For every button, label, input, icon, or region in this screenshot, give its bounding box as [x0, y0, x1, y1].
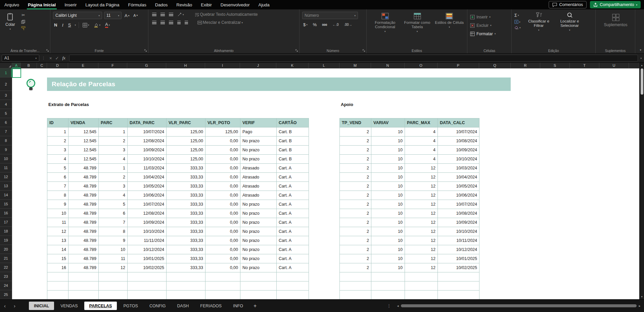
- menu-tab-dados[interactable]: Dados: [151, 0, 172, 9]
- cell[interactable]: 12/08/2024: [128, 137, 167, 146]
- tab-options-icon[interactable]: ⋮: [387, 303, 391, 308]
- empty-cell[interactable]: [371, 291, 405, 299]
- formula-input[interactable]: [69, 55, 638, 62]
- cell[interactable]: 10: [371, 209, 405, 218]
- empty-cell[interactable]: [405, 291, 438, 299]
- row-header-25[interactable]: 25: [0, 290, 12, 299]
- column-header-F[interactable]: F: [98, 63, 127, 68]
- fill-color-button[interactable]: ▾: [93, 22, 101, 28]
- row-header-7[interactable]: 7: [0, 127, 12, 136]
- cell[interactable]: 10/10/2024: [438, 227, 479, 236]
- insert-cells-button[interactable]: Inserir ▾: [470, 13, 509, 21]
- column-header-Q[interactable]: Q: [479, 63, 511, 68]
- header-cell-id[interactable]: ID: [47, 118, 68, 127]
- column-header-T[interactable]: T: [570, 63, 599, 68]
- row-header-11[interactable]: 11: [0, 163, 12, 172]
- cell[interactable]: 12: [405, 263, 438, 272]
- cell[interactable]: 11/11/2024: [128, 236, 167, 245]
- row-header-2[interactable]: 2: [0, 77, 12, 91]
- cell[interactable]: 4: [47, 155, 68, 164]
- cell[interactable]: 10/01/2025: [128, 254, 167, 263]
- cell[interactable]: 10: [371, 200, 405, 209]
- cell[interactable]: 8: [99, 227, 128, 236]
- cell[interactable]: 3: [99, 182, 128, 191]
- prev-sheet-icon[interactable]: ‹: [0, 303, 10, 309]
- cell[interactable]: 12: [405, 218, 438, 227]
- cell[interactable]: 10: [99, 245, 128, 254]
- cell[interactable]: 48.789: [68, 263, 99, 272]
- row-header-15[interactable]: 15: [0, 200, 12, 209]
- comments-button[interactable]: Comentários: [549, 1, 587, 8]
- next-sheet-icon[interactable]: ›: [10, 303, 19, 309]
- cell[interactable]: Atrasado: [240, 173, 277, 182]
- cell[interactable]: 125,00: [167, 155, 205, 164]
- empty-cell[interactable]: [438, 291, 479, 299]
- cell[interactable]: 12.545: [68, 137, 99, 146]
- cell[interactable]: 15: [47, 254, 68, 263]
- cell[interactable]: 48.789: [68, 245, 99, 254]
- row-header-19[interactable]: 19: [0, 236, 12, 245]
- vertical-scrollbar[interactable]: ▴ ▾: [639, 63, 644, 299]
- empty-cell[interactable]: [438, 281, 479, 291]
- header-cell-variav[interactable]: VARIAV: [371, 118, 405, 127]
- italic-button[interactable]: I: [61, 22, 64, 28]
- cell[interactable]: 9: [99, 236, 128, 245]
- cell[interactable]: 333,33: [167, 182, 205, 191]
- cell[interactable]: 10/10/2024: [128, 155, 167, 164]
- row-header-10[interactable]: 10: [0, 154, 12, 163]
- cell[interactable]: 2: [340, 173, 371, 182]
- header-cell-tp-vend[interactable]: TP_VEND: [340, 118, 371, 127]
- cell[interactable]: 10: [371, 155, 405, 164]
- cell[interactable]: 125,00: [167, 127, 205, 137]
- row-header-1[interactable]: 1: [0, 68, 12, 77]
- row-header-9[interactable]: 9: [0, 145, 12, 154]
- empty-cell[interactable]: [167, 281, 205, 291]
- cell[interactable]: 2: [340, 200, 371, 209]
- cell[interactable]: 10/09/2024: [128, 218, 167, 227]
- scroll-right-icon[interactable]: ▸: [637, 304, 643, 308]
- cell[interactable]: Cart. A: [277, 245, 309, 254]
- empty-cell[interactable]: [128, 291, 167, 299]
- cell[interactable]: 10/02/2025: [438, 263, 479, 272]
- add-sheet-button[interactable]: +: [254, 303, 257, 309]
- row-header-4[interactable]: 4: [0, 100, 12, 109]
- column-header-L[interactable]: L: [309, 63, 339, 68]
- cell[interactable]: 4: [99, 191, 128, 200]
- column-header-U[interactable]: U: [599, 63, 629, 68]
- sheet-area[interactable]: Relação de Parcelas Extrato de Parcelas …: [12, 68, 639, 299]
- menu-tab-arquivo[interactable]: Arquivo: [0, 0, 24, 9]
- empty-cell[interactable]: [371, 272, 405, 281]
- empty-cell[interactable]: [277, 272, 309, 281]
- cell[interactable]: 12: [405, 191, 438, 200]
- menu-tab-pagina-inicial[interactable]: Página Inicial: [24, 0, 60, 9]
- cut-button[interactable]: ✂: [21, 13, 25, 17]
- column-header-J[interactable]: J: [240, 63, 276, 68]
- name-box[interactable]: A1▾: [2, 55, 39, 62]
- selected-cell-a1[interactable]: [12, 68, 21, 78]
- align-center-button[interactable]: [159, 20, 166, 24]
- underline-button[interactable]: S: [67, 22, 72, 28]
- cell[interactable]: 11/03/2024: [128, 164, 167, 173]
- cell[interactable]: Cart. A: [277, 227, 309, 236]
- cell[interactable]: 2: [340, 155, 371, 164]
- increase-decimal-button[interactable]: ←.0: [331, 22, 339, 27]
- cell[interactable]: 333,33: [167, 236, 205, 245]
- cell[interactable]: 12: [405, 245, 438, 254]
- cell[interactable]: 4: [99, 155, 128, 164]
- cell[interactable]: 10/06/2024: [438, 191, 479, 200]
- menu-tab-exibir[interactable]: Exibir: [196, 0, 216, 9]
- cell[interactable]: 0,00: [205, 236, 240, 245]
- cell[interactable]: Cart. A: [277, 164, 309, 173]
- cell[interactable]: No prazo: [240, 263, 277, 272]
- format-cells-button[interactable]: Formatar ▾: [470, 30, 509, 38]
- column-header-partial[interactable]: [629, 63, 639, 68]
- cell[interactable]: 10/07/2024: [128, 127, 167, 137]
- cell[interactable]: 10/05/2024: [438, 182, 479, 191]
- cell[interactable]: 10: [371, 137, 405, 146]
- header-cell-data-calc[interactable]: DATA_CALC: [438, 118, 479, 127]
- header-cell-data-parc[interactable]: DATA_PARC: [128, 118, 167, 127]
- cell[interactable]: 10/07/2024: [438, 127, 479, 137]
- column-header-C[interactable]: C: [37, 63, 47, 68]
- horizontal-scroll-thumb[interactable]: [401, 304, 637, 307]
- row-header-23[interactable]: 23: [0, 272, 12, 281]
